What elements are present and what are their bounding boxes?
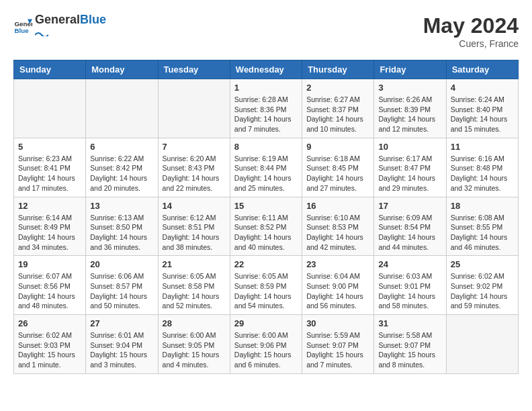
month-year-title: May 2024 xyxy=(423,13,519,38)
day-sun-info: Sunrise: 6:28 AM Sunset: 8:36 PM Dayligh… xyxy=(234,95,298,134)
day-sun-info: Sunrise: 6:02 AM Sunset: 9:02 PM Dayligh… xyxy=(451,271,514,311)
calendar-cell: 29Sunrise: 6:00 AM Sunset: 9:06 PM Dayli… xyxy=(230,315,302,374)
day-sun-info: Sunrise: 6:00 AM Sunset: 9:05 PM Dayligh… xyxy=(163,330,226,370)
calendar-cell: 25Sunrise: 6:02 AM Sunset: 9:02 PM Dayli… xyxy=(446,256,518,315)
day-sun-info: Sunrise: 6:19 AM Sunset: 8:44 PM Dayligh… xyxy=(234,154,298,193)
calendar-cell: 27Sunrise: 6:01 AM Sunset: 9:04 PM Dayli… xyxy=(86,315,158,374)
day-number: 5 xyxy=(18,142,81,152)
calendar-table: SundayMondayTuesdayWednesdayThursdayFrid… xyxy=(13,60,519,374)
day-sun-info: Sunrise: 6:04 AM Sunset: 9:00 PM Dayligh… xyxy=(306,271,369,311)
day-sun-info: Sunrise: 6:03 AM Sunset: 9:01 PM Dayligh… xyxy=(378,271,441,311)
day-number: 31 xyxy=(378,318,441,328)
day-number: 26 xyxy=(18,318,81,328)
calendar-cell: 8Sunrise: 6:19 AM Sunset: 8:44 PM Daylig… xyxy=(230,138,302,197)
day-number: 28 xyxy=(163,318,226,328)
day-sun-info: Sunrise: 6:24 AM Sunset: 8:40 PM Dayligh… xyxy=(451,95,514,134)
day-number: 22 xyxy=(234,259,298,269)
calendar-cell: 3Sunrise: 6:26 AM Sunset: 8:39 PM Daylig… xyxy=(374,79,446,138)
calendar-cell: 26Sunrise: 6:02 AM Sunset: 9:03 PM Dayli… xyxy=(14,315,86,374)
day-number: 4 xyxy=(451,83,514,93)
calendar-cell: 15Sunrise: 6:11 AM Sunset: 8:52 PM Dayli… xyxy=(230,197,302,256)
day-of-week-header: Saturday xyxy=(446,60,518,79)
day-sun-info: Sunrise: 6:07 AM Sunset: 8:56 PM Dayligh… xyxy=(18,271,81,311)
title-block: May 2024 Cuers, France xyxy=(423,13,519,49)
calendar-week-row: 19Sunrise: 6:07 AM Sunset: 8:56 PM Dayli… xyxy=(14,256,519,315)
day-of-week-header: Monday xyxy=(86,60,158,79)
calendar-cell: 13Sunrise: 6:13 AM Sunset: 8:50 PM Dayli… xyxy=(86,197,158,256)
day-of-week-header: Wednesday xyxy=(230,60,302,79)
day-number: 14 xyxy=(163,201,226,211)
calendar-cell: 17Sunrise: 6:09 AM Sunset: 8:54 PM Dayli… xyxy=(374,197,446,256)
day-number: 25 xyxy=(451,259,514,269)
calendar-cell: 2Sunrise: 6:27 AM Sunset: 8:37 PM Daylig… xyxy=(302,79,374,138)
day-of-week-header: Tuesday xyxy=(158,60,230,79)
calendar-header-row: SundayMondayTuesdayWednesdayThursdayFrid… xyxy=(14,60,519,79)
calendar-week-row: 5Sunrise: 6:23 AM Sunset: 8:41 PM Daylig… xyxy=(14,138,519,197)
day-sun-info: Sunrise: 6:22 AM Sunset: 8:42 PM Dayligh… xyxy=(90,154,153,193)
calendar-cell: 23Sunrise: 6:04 AM Sunset: 9:00 PM Dayli… xyxy=(302,256,374,315)
day-number: 8 xyxy=(234,142,298,152)
calendar-cell xyxy=(446,315,518,374)
day-sun-info: Sunrise: 6:14 AM Sunset: 8:49 PM Dayligh… xyxy=(18,213,81,253)
day-number: 11 xyxy=(451,142,514,152)
day-sun-info: Sunrise: 6:13 AM Sunset: 8:50 PM Dayligh… xyxy=(90,213,153,253)
day-number: 21 xyxy=(163,259,226,269)
calendar-cell: 7Sunrise: 6:20 AM Sunset: 8:43 PM Daylig… xyxy=(158,138,230,197)
logo-icon: General Blue xyxy=(13,17,32,36)
day-sun-info: Sunrise: 6:27 AM Sunset: 8:37 PM Dayligh… xyxy=(306,95,369,134)
day-number: 16 xyxy=(306,201,369,211)
day-sun-info: Sunrise: 6:17 AM Sunset: 8:47 PM Dayligh… xyxy=(378,154,441,193)
day-sun-info: Sunrise: 6:18 AM Sunset: 8:45 PM Dayligh… xyxy=(306,154,369,193)
day-sun-info: Sunrise: 6:09 AM Sunset: 8:54 PM Dayligh… xyxy=(378,213,441,253)
day-number: 20 xyxy=(90,259,153,269)
calendar-cell: 14Sunrise: 6:12 AM Sunset: 8:51 PM Dayli… xyxy=(158,197,230,256)
day-number: 13 xyxy=(90,201,153,211)
day-sun-info: Sunrise: 6:16 AM Sunset: 8:48 PM Dayligh… xyxy=(451,154,514,193)
day-sun-info: Sunrise: 6:02 AM Sunset: 9:03 PM Dayligh… xyxy=(18,330,81,370)
day-number: 23 xyxy=(306,259,369,269)
day-sun-info: Sunrise: 5:58 AM Sunset: 9:07 PM Dayligh… xyxy=(378,330,441,370)
day-number: 7 xyxy=(163,142,226,152)
day-sun-info: Sunrise: 6:05 AM Sunset: 8:58 PM Dayligh… xyxy=(163,271,226,311)
calendar-cell: 31Sunrise: 5:58 AM Sunset: 9:07 PM Dayli… xyxy=(374,315,446,374)
day-number: 18 xyxy=(451,201,514,211)
logo: General Blue GeneralBlue xyxy=(13,13,106,39)
calendar-cell: 18Sunrise: 6:08 AM Sunset: 8:55 PM Dayli… xyxy=(446,197,518,256)
calendar-cell: 6Sunrise: 6:22 AM Sunset: 8:42 PM Daylig… xyxy=(86,138,158,197)
calendar-cell: 20Sunrise: 6:06 AM Sunset: 8:57 PM Dayli… xyxy=(86,256,158,315)
day-number: 2 xyxy=(306,83,369,93)
calendar-cell: 19Sunrise: 6:07 AM Sunset: 8:56 PM Dayli… xyxy=(14,256,86,315)
calendar-cell: 10Sunrise: 6:17 AM Sunset: 8:47 PM Dayli… xyxy=(374,138,446,197)
day-of-week-header: Thursday xyxy=(302,60,374,79)
day-of-week-header: Friday xyxy=(374,60,446,79)
day-sun-info: Sunrise: 6:20 AM Sunset: 8:43 PM Dayligh… xyxy=(163,154,226,193)
calendar-cell: 11Sunrise: 6:16 AM Sunset: 8:48 PM Dayli… xyxy=(446,138,518,197)
day-number: 30 xyxy=(306,318,369,328)
calendar-cell: 1Sunrise: 6:28 AM Sunset: 8:36 PM Daylig… xyxy=(230,79,302,138)
day-sun-info: Sunrise: 6:00 AM Sunset: 9:06 PM Dayligh… xyxy=(234,330,298,370)
calendar-week-row: 1Sunrise: 6:28 AM Sunset: 8:36 PM Daylig… xyxy=(14,79,519,138)
day-sun-info: Sunrise: 6:05 AM Sunset: 8:59 PM Dayligh… xyxy=(234,271,298,311)
day-number: 19 xyxy=(18,259,81,269)
day-of-week-header: Sunday xyxy=(14,60,86,79)
calendar-cell xyxy=(14,79,86,138)
calendar-cell: 24Sunrise: 6:03 AM Sunset: 9:01 PM Dayli… xyxy=(374,256,446,315)
calendar-cell: 21Sunrise: 6:05 AM Sunset: 8:58 PM Dayli… xyxy=(158,256,230,315)
day-number: 29 xyxy=(234,318,298,328)
calendar-cell: 28Sunrise: 6:00 AM Sunset: 9:05 PM Dayli… xyxy=(158,315,230,374)
day-sun-info: Sunrise: 6:01 AM Sunset: 9:04 PM Dayligh… xyxy=(90,330,153,370)
day-number: 6 xyxy=(90,142,153,152)
calendar-cell xyxy=(158,79,230,138)
day-number: 27 xyxy=(90,318,153,328)
calendar-cell: 12Sunrise: 6:14 AM Sunset: 8:49 PM Dayli… xyxy=(14,197,86,256)
day-number: 10 xyxy=(378,142,441,152)
day-number: 15 xyxy=(234,201,298,211)
calendar-cell: 4Sunrise: 6:24 AM Sunset: 8:40 PM Daylig… xyxy=(446,79,518,138)
day-sun-info: Sunrise: 6:08 AM Sunset: 8:55 PM Dayligh… xyxy=(451,213,514,253)
day-sun-info: Sunrise: 6:10 AM Sunset: 8:53 PM Dayligh… xyxy=(306,213,369,253)
day-number: 1 xyxy=(234,83,298,93)
location-subtitle: Cuers, France xyxy=(423,38,519,49)
calendar-cell: 22Sunrise: 6:05 AM Sunset: 8:59 PM Dayli… xyxy=(230,256,302,315)
day-sun-info: Sunrise: 6:06 AM Sunset: 8:57 PM Dayligh… xyxy=(90,271,153,311)
calendar-week-row: 12Sunrise: 6:14 AM Sunset: 8:49 PM Dayli… xyxy=(14,197,519,256)
